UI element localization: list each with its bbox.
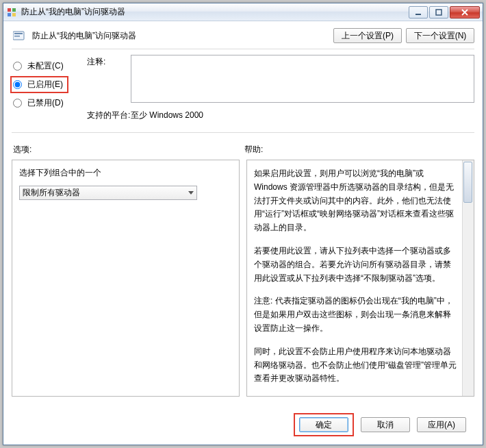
radio-not-configured[interactable]: 未配置(C) <box>12 60 87 72</box>
minimize-button[interactable] <box>409 6 428 18</box>
help-pane: 如果启用此设置，则用户可以浏览“我的电脑”或 Windows 资源管理器中所选驱… <box>246 160 474 397</box>
svg-rect-8 <box>14 36 20 37</box>
config-section: 未配置(C) 已启用(E) 已禁用(D) 注释: <box>12 55 474 127</box>
ok-highlight: 确定 <box>294 413 354 436</box>
options-pane: 选择下列组合中的一个 限制所有驱动器 <box>12 160 240 397</box>
ok-button[interactable]: 确定 <box>299 417 348 432</box>
comment-label: 注释: <box>87 55 131 103</box>
divider-2 <box>12 132 474 133</box>
lower-panes: 选择下列组合中的一个 限制所有驱动器 如果启用此设置，则用户可以浏览“我的电脑”… <box>12 160 474 397</box>
options-label: 选项: <box>13 144 243 155</box>
svg-rect-5 <box>436 10 442 15</box>
divider <box>12 49 474 49</box>
titlebar[interactable]: 防止从“我的电脑”访问驱动器 <box>3 3 483 21</box>
options-pane-col: 选择下列组合中的一个 限制所有驱动器 <box>12 160 240 397</box>
help-label: 帮助: <box>244 144 474 155</box>
app-icon <box>6 7 17 18</box>
svg-rect-3 <box>12 13 16 16</box>
form-column: 注释: 支持的平台: 至少 Windows 2000 <box>87 55 474 127</box>
svg-rect-4 <box>415 14 421 15</box>
window-title: 防止从“我的电脑”访问驱动器 <box>21 6 409 18</box>
help-pane-col: 如果启用此设置，则用户可以浏览“我的电脑”或 Windows 资源管理器中所选驱… <box>246 160 474 397</box>
maximize-button[interactable] <box>429 6 448 18</box>
chevron-down-icon <box>188 191 194 195</box>
help-paragraph: 如果启用此设置，则用户可以浏览“我的电脑”或 Windows 资源管理器中所选驱… <box>254 167 459 235</box>
dialog-window: 防止从“我的电脑”访问驱动器 防止从“我的电脑”访问驱动器 上一个设置(P) 下… <box>3 3 483 445</box>
policy-icon <box>12 29 28 42</box>
enabled-highlight: 已启用(E) <box>10 76 68 93</box>
help-paragraph: 同时，此设置不会防止用户使用程序来访问本地驱动器和网络驱动器。也不会防止他们使用… <box>254 345 459 386</box>
client-area: 防止从“我的电脑”访问驱动器 上一个设置(P) 下一个设置(N) 未配置(C) … <box>3 21 483 445</box>
comment-row: 注释: <box>87 55 474 103</box>
svg-rect-1 <box>12 8 16 12</box>
radio-not-configured-label: 未配置(C) <box>27 60 64 72</box>
platforms-row: 支持的平台: 至少 Windows 2000 <box>87 108 474 121</box>
help-paragraph: 请参阅“隐藏‘我的电脑’中的这些指定的驱动器”设置。 <box>254 395 459 397</box>
svg-rect-7 <box>14 33 23 34</box>
apply-button[interactable]: 应用(A) <box>417 417 466 432</box>
window-controls <box>409 6 480 18</box>
restrict-drives-combo[interactable]: 限制所有驱动器 <box>19 186 197 200</box>
radio-disabled[interactable]: 已禁用(D) <box>12 97 87 109</box>
help-paragraph: 若要使用此设置，请从下拉列表中选择一个驱动器或多个驱动器的组合。若要允许访问所有… <box>254 245 459 285</box>
radio-not-configured-input[interactable] <box>13 62 22 71</box>
header-title: 防止从“我的电脑”访问驱动器 <box>32 30 333 42</box>
svg-rect-2 <box>8 13 11 16</box>
options-group-label: 选择下列组合中的一个 <box>19 167 232 179</box>
radio-enabled-label: 已启用(E) <box>27 79 63 90</box>
scrollbar[interactable] <box>462 160 474 396</box>
footer-buttons: 确定 取消 应用(A) <box>294 413 466 436</box>
scrollbar-thumb[interactable] <box>463 162 472 203</box>
nav-buttons: 上一个设置(P) 下一个设置(N) <box>333 28 474 43</box>
comment-input[interactable] <box>131 55 474 103</box>
radio-disabled-label: 已禁用(D) <box>27 97 64 109</box>
radio-disabled-input[interactable] <box>13 99 22 108</box>
prev-setting-button[interactable]: 上一个设置(P) <box>333 28 402 43</box>
combo-value: 限制所有驱动器 <box>23 187 80 199</box>
next-setting-button[interactable]: 下一个设置(N) <box>406 28 474 43</box>
pane-labels: 选项: 帮助: <box>12 138 474 160</box>
radio-enabled[interactable]: 已启用(E) <box>12 79 63 90</box>
help-paragraph: 注意: 代表指定驱动器的图标仍会出现在“我的电脑”中，但是如果用户双击这些图标，… <box>254 295 459 335</box>
close-button[interactable] <box>450 6 480 18</box>
platforms-label: 支持的平台: <box>87 108 131 121</box>
svg-rect-0 <box>8 8 11 12</box>
radio-enabled-input[interactable] <box>13 80 22 89</box>
header-row: 防止从“我的电脑”访问驱动器 上一个设置(P) 下一个设置(N) <box>12 28 474 43</box>
state-radios: 未配置(C) 已启用(E) 已禁用(D) <box>12 55 87 127</box>
cancel-button[interactable]: 取消 <box>361 417 410 432</box>
platforms-value: 至少 Windows 2000 <box>131 108 203 121</box>
